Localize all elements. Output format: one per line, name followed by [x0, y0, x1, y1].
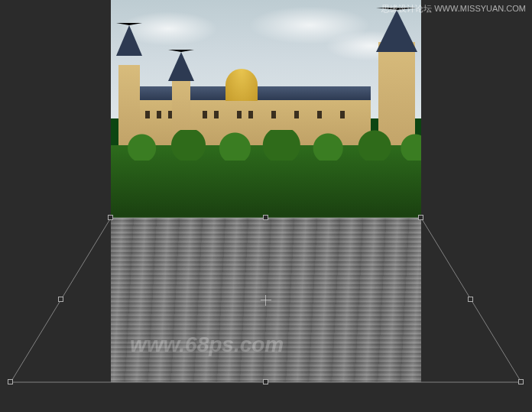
transform-handle-top-left[interactable] [108, 215, 113, 220]
transform-handle-mid-right[interactable] [468, 297, 473, 302]
window [214, 111, 219, 118]
window [340, 111, 345, 118]
water-texture-layer[interactable] [111, 218, 421, 382]
window [237, 111, 242, 118]
tree-canopy [111, 130, 421, 161]
transform-center-reference [261, 295, 271, 306]
window [317, 111, 322, 118]
transform-handle-bot-right[interactable] [518, 379, 524, 384]
transform-handle-mid-left[interactable] [58, 297, 63, 302]
castle-dome [225, 69, 258, 101]
trees-region [111, 145, 421, 218]
transform-handle-bot-left[interactable] [8, 379, 13, 384]
castle-spire [116, 23, 142, 56]
window [157, 111, 161, 118]
castle-spire [376, 8, 417, 52]
transform-handle-bot-mid[interactable] [263, 379, 268, 384]
transform-handle-top-right[interactable] [418, 215, 423, 220]
castle-spire [168, 50, 194, 81]
window [271, 111, 276, 118]
window [145, 111, 150, 118]
window [248, 111, 253, 118]
window [294, 111, 299, 118]
transform-handle-top-mid[interactable] [263, 215, 268, 220]
window [203, 111, 207, 118]
castle-image-layer [111, 0, 421, 218]
